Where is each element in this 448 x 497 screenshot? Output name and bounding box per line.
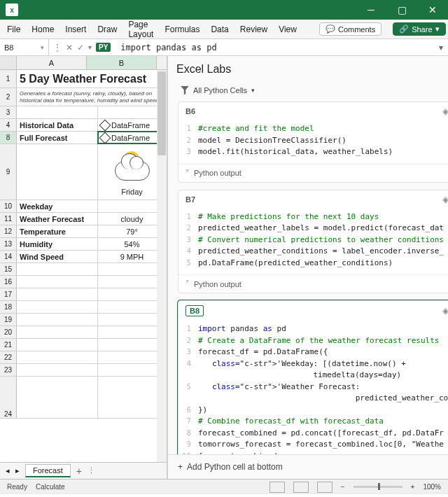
row-header[interactable]: 18 [0,301,17,313]
tab-home[interactable]: Home [31,24,54,34]
code-line[interactable]: 1import pandas as pd [178,323,448,335]
code-line[interactable]: 8forecast_combined = pd.concat([forecast… [178,428,448,440]
code-card-b7[interactable]: B7◈▾▫⤢1# Make predictions for the next 1… [178,190,448,294]
cell[interactable] [17,106,98,118]
confirm-icon[interactable]: ✓ [77,43,84,52]
row-header[interactable]: 8 [0,132,17,144]
tab-view[interactable]: View [279,24,297,34]
column-header-b[interactable]: B [87,56,157,69]
code-line[interactable]: 4predicted_weather_conditions = label_en… [178,246,448,258]
row-header[interactable]: 21 [0,339,17,351]
minimize-button[interactable]: ─ [356,0,386,20]
row-header[interactable]: 24 [0,377,17,418]
share-button[interactable]: 🔗 Share ▾ [393,22,445,36]
code-line[interactable]: 3forecast_df = pd.DataFrame({ [178,346,448,358]
row-header[interactable]: 1 [0,70,17,88]
close-button[interactable]: ✕ [417,0,448,20]
cell-wind-label[interactable]: Wind Speed [17,251,98,262]
code-line[interactable]: 2predicted_weather_labels = model.predic… [178,223,448,234]
row-header[interactable]: 13 [0,238,17,250]
cell-reference[interactable]: B8 [186,305,204,316]
cancel-icon[interactable]: ⋮ [53,43,62,52]
tab-insert[interactable]: Insert [65,24,86,34]
cell[interactable] [17,377,98,418]
code-line[interactable]: 1# Make predictions for the next 10 days [178,211,448,223]
sheet-nav-prev-icon[interactable]: ◂ [6,466,10,475]
cell[interactable] [17,301,98,313]
code-line[interactable]: 3# Convert numerical predictions to weat… [178,234,448,246]
layers-icon[interactable]: ◈ [442,195,448,204]
cell[interactable] [17,263,98,275]
sheet-menu-icon[interactable]: ⋮ [88,466,95,475]
row-header[interactable]: 23 [0,364,17,376]
python-output-toggle[interactable]: ˅ Python output [178,164,448,182]
formula-input[interactable]: import pandas as pd [115,43,434,52]
view-page-break-icon[interactable] [317,482,332,493]
code-line[interactable]: 5 class="c-str">'Weather Forecast': pred… [178,382,448,405]
comments-button[interactable]: 💬 Comments [319,22,382,36]
tab-review[interactable]: Review [240,24,267,34]
row-header[interactable]: 15 [0,263,17,275]
zoom-level[interactable]: 100% [423,483,441,491]
cell[interactable] [17,314,98,326]
row-header[interactable]: 12 [0,225,17,237]
code-line[interactable]: 3model.fit(historical_data, weather_labe… [178,146,448,158]
row-header[interactable]: 4 [0,119,17,131]
cell[interactable] [17,144,98,200]
status-calculate[interactable]: Calculate [36,483,65,491]
row-header[interactable]: 19 [0,314,17,326]
tab-draw[interactable]: Draw [97,24,117,34]
formula-expand-icon[interactable]: ▾ [434,43,448,52]
layers-icon[interactable]: ◈ [442,106,448,116]
cell-historical-data-label[interactable]: Historical Data [17,119,98,131]
tab-file[interactable]: File [7,24,20,34]
cell-subtitle[interactable]: Generates a forecast (sunny, rainy, clou… [17,88,167,106]
tab-data[interactable]: Data [211,24,228,34]
code-body[interactable]: 1import pandas as pd2# Create a DataFram… [178,321,448,454]
row-header[interactable]: 20 [0,326,17,338]
dropdown-icon[interactable]: ▾ [88,43,92,51]
code-body[interactable]: 1#create and fit the model2model = Decis… [178,120,448,164]
cell-full-forecast-label[interactable]: Full Forecast [17,132,98,144]
cell-forecast-label[interactable]: Weather Forecast [17,213,98,225]
code-line[interactable]: 1#create and fit the model [178,123,448,135]
view-normal-icon[interactable] [270,482,285,493]
code-card-b8[interactable]: B8◈▾▫⤢1import pandas as pd2# Create a Da… [178,300,448,454]
cell-reference[interactable]: B7 [186,195,195,204]
zoom-in-icon[interactable]: + [411,483,415,491]
code-line[interactable]: 2# Create a DataFrame of the weather for… [178,335,448,347]
filter-bar[interactable]: All Python Cells ▾ ⋯ [168,83,448,102]
code-body[interactable]: 1# Make predictions for the next 10 days… [178,209,448,275]
add-sheet-icon[interactable]: + [76,465,82,477]
zoom-out-icon[interactable]: − [341,483,345,491]
sheet-nav-next-icon[interactable]: ▸ [15,466,20,475]
name-box[interactable]: B8▾ [0,39,49,55]
cell-title[interactable]: 5 Day Weather Forecast [17,70,167,88]
row-header[interactable]: 16 [0,276,17,288]
code-card-b6[interactable]: B6◈▾▫⤢1#create and fit the model2model =… [178,102,448,183]
row-header[interactable]: 11 [0,213,17,225]
code-line[interactable]: 6}) [178,405,448,416]
row-header[interactable]: 3 [0,106,17,118]
cell[interactable] [17,288,98,300]
row-header[interactable]: 17 [0,288,17,300]
code-line[interactable]: 7# Combine forecast_df with forecast_dat… [178,416,448,428]
cell-reference[interactable]: B6 [186,107,195,115]
row-header[interactable]: 14 [0,251,17,262]
row-header[interactable]: 2 [0,88,17,106]
zoom-slider[interactable] [354,486,402,488]
sheet-tab-forecast[interactable]: Forecast [25,464,71,477]
vertical-scrollbar[interactable] [157,70,167,462]
tab-formulas[interactable]: Formulas [164,24,200,34]
code-line[interactable]: 4 class="c-str">'Weekday': [(datetime.no… [178,358,448,382]
layers-icon[interactable]: ◈ [442,306,448,316]
code-line[interactable]: 2model = DecisionTreeClassifier() [178,135,448,147]
cell[interactable] [17,339,98,351]
cancel-x-icon[interactable]: ✕ [66,43,73,52]
code-line[interactable]: 9tomorrows_forecast = forecast_combined.… [178,439,448,451]
cell-temp-label[interactable]: Temperature [17,225,98,237]
row-header[interactable]: 10 [0,200,17,212]
select-all-corner[interactable] [0,56,17,69]
code-line[interactable]: 5pd.DataFrame(predicted_weather_conditio… [178,258,448,270]
tab-page-layout[interactable]: Page Layout [128,20,153,39]
